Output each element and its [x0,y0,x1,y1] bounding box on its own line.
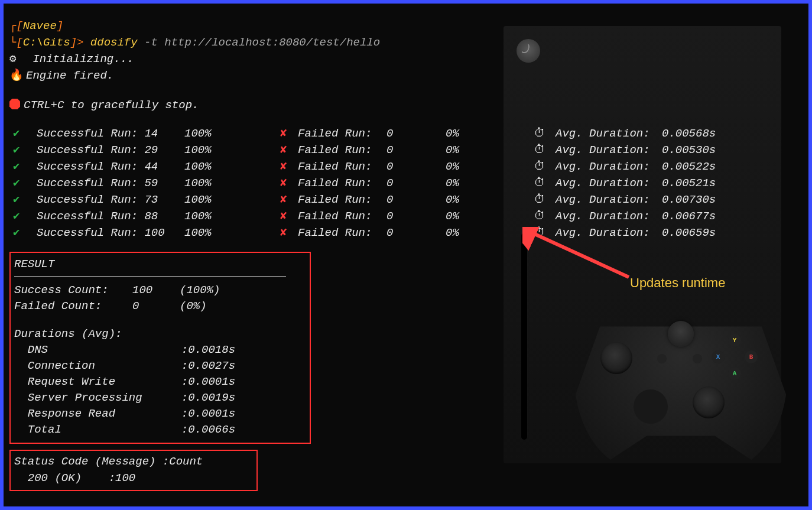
avg-duration-value: 0.00677s [662,208,727,225]
run-row: ✔Successful Run: 100100%✘Failed Run:00%⏱… [9,225,803,241]
avg-duration-value: 0.00568s [662,125,727,142]
avg-duration-label: Avg. Duration: [556,191,662,208]
result-header: RESULT [14,256,306,272]
successful-run-label: Successful Run: 73 [37,191,184,208]
duration-value: :0.0019s [181,391,235,404]
avg-duration-value: 0.00730s [662,191,727,208]
status-line: 200 (OK) :100 [14,470,253,486]
successful-pct: 100% [184,142,280,158]
failed-count: 0 [386,158,446,175]
engine-fired-line: 🔥Engine fired. [9,67,803,84]
stopwatch-icon: ⏱ [534,125,556,142]
check-icon: ✔ [13,177,20,190]
duration-label: Response Read [28,406,181,422]
stopwatch-icon: ⏱ [534,142,556,158]
failed-pct: 0% [446,125,534,142]
failed-count-line: Failed Count:0(0%) [14,298,306,314]
duration-label: Request Write [28,374,181,390]
duration-row: Total:0.0066s [14,422,306,438]
command-url: http://localhost:8080/test/hello [164,36,380,49]
failed-run-label: Failed Run: [298,142,386,158]
avg-duration-label: Avg. Duration: [556,125,662,142]
successful-pct: 100% [184,158,280,175]
failed-count: 0 [386,125,446,142]
successful-pct: 100% [184,125,280,142]
stopwatch-icon: ⏱ [534,158,556,175]
prompt-command-line: └[C:\Gits]> ddosify -t http://localhost:… [9,34,803,51]
avg-duration-value: 0.00659s [662,225,727,241]
duration-row: Request Write:0.0001s [14,374,306,390]
run-rows: ✔Successful Run: 14100%✘Failed Run:00%⏱A… [9,125,803,241]
avg-duration-label: Avg. Duration: [556,142,662,158]
failed-count: 0 [386,175,446,191]
successful-pct: 100% [184,225,280,241]
failed-pct: 0% [446,175,534,191]
duration-label: Server Processing [28,390,181,406]
failed-run-label: Failed Run: [298,225,386,241]
success-count-line: Success Count:100(100%) [14,282,306,298]
successful-run-label: Successful Run: 59 [37,175,184,191]
status-header: Status Code (Message) :Count [14,453,253,470]
failed-count: 0 [386,225,446,241]
failed-pct: 0% [446,142,534,158]
avg-duration-label: Avg. Duration: [556,158,662,175]
stop-hint-line: CTRL+C to gracefully stop. [9,97,803,113]
run-row: ✔Successful Run: 59100%✘Failed Run:00%⏱A… [9,175,803,191]
command-name: ddosify [90,36,138,49]
avg-duration-label: Avg. Duration: [556,225,662,241]
duration-row: Server Processing:0.0019s [14,390,306,406]
cross-icon: ✘ [280,193,287,206]
avg-duration-value: 0.00521s [662,175,727,191]
failed-pct: 0% [446,225,534,241]
avg-duration-label: Avg. Duration: [556,208,662,225]
cross-icon: ✘ [280,177,287,190]
duration-row: Connection:0.0027s [14,358,306,374]
successful-pct: 100% [184,175,280,191]
result-divider [14,276,286,277]
cross-icon: ✘ [280,144,287,157]
successful-run-label: Successful Run: 88 [37,208,184,225]
prompt-user-line: ┌[Navee] [9,18,803,34]
result-box: RESULT Success Count:100(100%) Failed Co… [9,252,311,444]
stopwatch-icon: ⏱ [534,175,556,191]
prompt-user: Navee [23,20,57,33]
duration-row: DNS:0.0018s [14,342,306,358]
failed-run-label: Failed Run: [298,175,386,191]
failed-count: 0 [386,208,446,225]
durations-rows: DNS:0.0018s Connection:0.0027s Request W… [14,342,306,438]
prompt-path: C:\Gits [23,36,70,49]
successful-pct: 100% [184,208,280,225]
successful-run-label: Successful Run: 100 [37,225,184,241]
run-row: ✔Successful Run: 44100%✘Failed Run:00%⏱A… [9,158,803,175]
duration-label: DNS [28,342,181,358]
cross-icon: ✘ [280,127,287,140]
run-row: ✔Successful Run: 88100%✘Failed Run:00%⏱A… [9,208,803,225]
failed-pct: 0% [446,191,534,208]
check-icon: ✔ [13,160,20,173]
run-row: ✔Successful Run: 73100%✘Failed Run:00%⏱A… [9,191,803,208]
duration-value: :0.0066s [181,423,235,436]
status-code-box: Status Code (Message) :Count 200 (OK) :1… [9,450,258,491]
run-row: ✔Successful Run: 14100%✘Failed Run:00%⏱A… [9,125,803,142]
failed-count: 0 [386,191,446,208]
failed-run-label: Failed Run: [298,125,386,142]
successful-run-label: Successful Run: 29 [37,142,184,158]
cross-icon: ✘ [280,226,287,239]
cross-icon: ✘ [280,160,287,173]
failed-count: 0 [386,142,446,158]
fire-icon: 🔥 [9,67,26,84]
stop-icon [9,99,20,109]
check-icon: ✔ [13,193,20,206]
terminal-window[interactable]: Y X B A ┌[Navee] └[C:\Gits]> ddosify -t … [4,4,808,506]
avg-duration-value: 0.00530s [662,142,727,158]
gear-icon: ⚙ [9,51,26,67]
check-icon: ✔ [13,226,20,239]
successful-run-label: Successful Run: 14 [37,125,184,142]
stopwatch-icon: ⏱ [534,191,556,208]
duration-label: Connection [28,358,181,374]
command-flag: -t [144,36,158,49]
duration-value: :0.0001s [181,375,235,388]
stopwatch-icon: ⏱ [534,225,556,241]
failed-run-label: Failed Run: [298,191,386,208]
failed-pct: 0% [446,208,534,225]
